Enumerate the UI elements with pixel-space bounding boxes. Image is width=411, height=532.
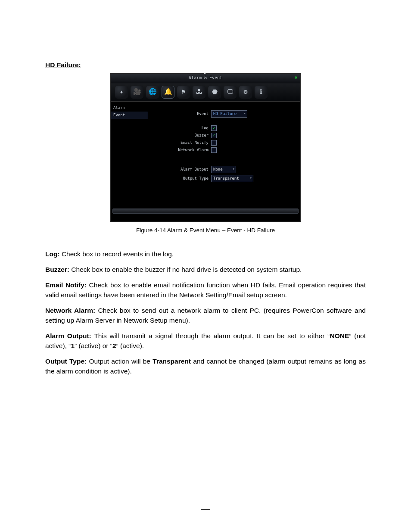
close-icon[interactable]: ×: [294, 75, 298, 80]
figure-caption: Figure 4-14 Alarm & Event Menu – Event -…: [45, 226, 366, 235]
alarm-output-dropdown[interactable]: None: [211, 166, 236, 173]
network-icon[interactable]: 🖧: [193, 86, 206, 99]
desc-output-type: Output Type: Output action will be Trans…: [45, 357, 366, 376]
buzzer-label: Buzzer: [153, 133, 211, 138]
footer-bar: [112, 208, 299, 214]
figure-container: ↖ Alarm & Event × ✦🎥🌐🔔⚑🖧⬣🖵⚙ℹ AlarmEvent …: [45, 73, 366, 222]
video-icon[interactable]: 🎥: [131, 86, 143, 99]
email-notify-checkbox[interactable]: [211, 140, 217, 146]
event-label: Event: [153, 111, 211, 117]
motion-icon[interactable]: ✦: [115, 86, 128, 99]
network-alarm-checkbox[interactable]: [211, 147, 217, 153]
event-dropdown[interactable]: HD Failure: [211, 110, 247, 118]
flag-icon[interactable]: ⚑: [177, 86, 190, 99]
email-notify-label: Email Notify: [153, 140, 211, 146]
desc-log: Log: Check box to record events in the l…: [45, 249, 366, 259]
window-titlebar: Alarm & Event ×: [111, 74, 300, 83]
output-type-label: Output Type: [153, 176, 211, 181]
section-heading: HD Failure:: [45, 60, 366, 70]
toolbar: ✦🎥🌐🔔⚑🖧⬣🖵⚙ℹ: [111, 83, 300, 102]
bell-icon[interactable]: 🔔: [162, 86, 174, 99]
dvr-window: ↖ Alarm & Event × ✦🎥🌐🔔⚑🖧⬣🖵⚙ℹ AlarmEvent …: [110, 73, 301, 222]
sidebar-item-alarm[interactable]: Alarm: [111, 104, 148, 112]
log-checkbox[interactable]: ✓: [211, 125, 217, 131]
sidebar-item-event[interactable]: Event: [111, 112, 148, 119]
log-label: Log: [153, 125, 211, 131]
page-number-dash: [201, 509, 210, 510]
desc-email-notify: Email Notify: Check box to enable email …: [45, 280, 366, 300]
alarm-output-label: Alarm Output: [153, 167, 211, 172]
buzzer-checkbox[interactable]: ✓: [211, 133, 217, 138]
desc-network-alarm: Network Alarm: Check box to send out a n…: [45, 306, 366, 325]
display-icon[interactable]: 🖵: [224, 86, 237, 99]
desc-buzzer: Buzzer: Check box to enable the buzzer i…: [45, 265, 366, 274]
output-type-dropdown[interactable]: Transparent: [211, 175, 253, 182]
window-title: Alarm & Event: [189, 75, 222, 80]
sidebar: AlarmEvent: [111, 102, 148, 205]
globe-icon[interactable]: 🌐: [146, 86, 159, 99]
info-icon[interactable]: ℹ: [255, 86, 268, 99]
network-alarm-label: Network Alarm: [153, 147, 211, 153]
settings-icon[interactable]: ⚙: [239, 86, 252, 99]
desc-alarm-output: Alarm Output: This will transmit a signa…: [45, 331, 366, 351]
sensor-icon[interactable]: ⬣: [208, 86, 221, 99]
settings-panel: Event HD Failure Log ✓ Buzzer ✓ Email No…: [148, 102, 300, 205]
